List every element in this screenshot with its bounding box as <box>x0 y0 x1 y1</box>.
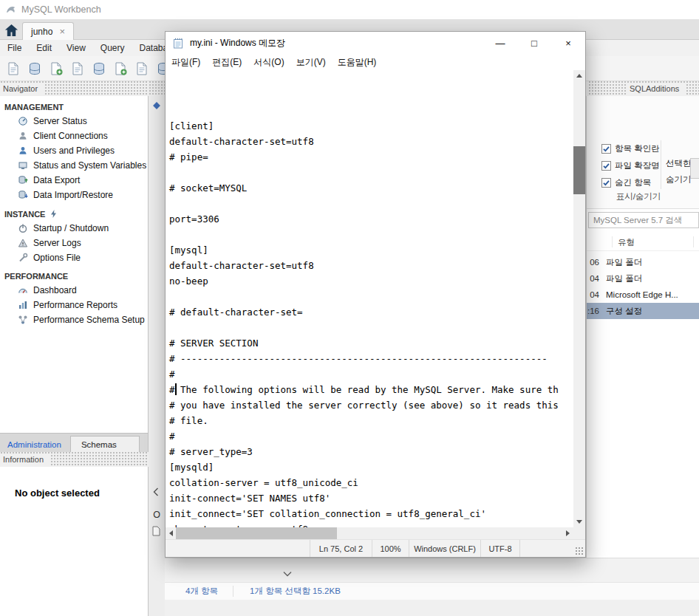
file-row[interactable]: 04Microsoft Edge H... <box>587 287 699 303</box>
text-line: init_connect='SET collation_connection =… <box>169 506 573 521</box>
scroll-down-arrow-icon[interactable] <box>573 515 585 527</box>
sidebar-item-performance-reports[interactable]: Performance Reports <box>0 298 148 312</box>
scroll-up-arrow-icon[interactable] <box>573 70 585 83</box>
sql-file-icon[interactable] <box>90 60 108 78</box>
file-row[interactable]: 06파일 폴더 <box>587 254 699 270</box>
ribbon-checkbox-1[interactable]: 파일 확장명 <box>601 157 660 174</box>
sidebar-item-client-connections[interactable]: Client Connections <box>0 129 148 143</box>
new-script-icon[interactable] <box>4 60 22 78</box>
notepad-menu-2[interactable]: 서식(O) <box>248 54 290 70</box>
navigator-panel-header[interactable]: Navigator <box>0 81 149 96</box>
notepad-menu-1[interactable]: 편집(E) <box>206 54 248 70</box>
horizontal-scroll-thumb[interactable] <box>176 527 337 539</box>
sidebar-item-label: Dashboard <box>33 285 77 295</box>
notepad-menu-4[interactable]: 도움말(H) <box>332 54 383 70</box>
notepad-titlebar[interactable]: my.ini - Windows 메모장 — □ × <box>166 32 585 54</box>
explorer-bottom-edge <box>165 600 699 616</box>
expand-details-chevron-icon[interactable] <box>283 567 292 580</box>
notepad-menu-3[interactable]: 보기(V) <box>290 54 332 70</box>
data-export-toolbar-icon[interactable] <box>112 60 129 78</box>
text-line: no-beep <box>169 273 573 289</box>
file-row[interactable]: 04파일 폴더 <box>587 270 699 287</box>
open-script-icon[interactable] <box>26 60 44 78</box>
close-button[interactable]: × <box>551 32 585 54</box>
document-icon[interactable] <box>152 526 160 539</box>
text-line: # file. <box>169 413 573 428</box>
explorer-search-input[interactable] <box>588 212 699 228</box>
text-line <box>169 227 573 242</box>
notepad-status-bar: Ln 75, Col 2 100% Windows (CRLF) UTF-8 <box>166 539 585 557</box>
tab-junho[interactable]: junho × <box>22 22 74 40</box>
cursor-position: Ln 75, Col 2 <box>310 540 372 557</box>
scrollbar-corner <box>573 527 585 539</box>
tab-schemas[interactable]: Schemas <box>70 436 140 452</box>
file-time-fragment: 04 <box>587 290 599 299</box>
ribbon-checkbox-2[interactable]: 숨긴 항목 <box>601 174 660 191</box>
collapse-panel-arrow-icon[interactable] <box>153 486 159 499</box>
text-line: default-character-set=utf8 <box>169 134 573 149</box>
file-type: 파일 폴더 <box>606 273 642 284</box>
sidebar-item-server-status[interactable]: Server Status <box>0 114 148 129</box>
tab-label: junho <box>31 27 52 37</box>
sidebar-item-startup-shutdown[interactable]: Startup / Shutdown <box>0 221 148 236</box>
sidebar-item-options-file[interactable]: Options File <box>0 250 148 265</box>
sidebar-item-status-and-system-variables[interactable]: Status and System Variables <box>0 158 148 173</box>
file-type: Microsoft Edge H... <box>606 290 678 299</box>
type-column-header[interactable]: 유형 <box>587 233 699 251</box>
sidebar-item-label: Performance Reports <box>33 300 117 310</box>
text-line: # <box>169 428 573 444</box>
vertical-scroll-thumb[interactable] <box>573 146 585 194</box>
sidebar-item-server-logs[interactable]: Server Logs <box>0 236 148 250</box>
selection-info-text: 1개 항목 선택함 15.2KB <box>233 586 341 597</box>
startup-shutdown-icon <box>18 223 28 233</box>
file-time-fragment: 04 <box>587 274 599 283</box>
tab-close-icon[interactable]: × <box>59 26 65 37</box>
notepad-window: my.ini - Windows 메모장 — □ × 파일(F)편집(E)서식(… <box>165 31 586 558</box>
file-row[interactable]: :16구성 설정 <box>587 303 699 319</box>
navigator-bottom-tabs: Administration Schemas <box>0 433 149 452</box>
new-schema-icon[interactable] <box>47 60 65 78</box>
sidebar-item-label: Server Status <box>33 116 87 126</box>
create-table-icon[interactable] <box>69 60 86 78</box>
menu-file[interactable]: File <box>0 40 29 56</box>
text-line: init-connect='SET NAMES utf8' <box>169 490 573 506</box>
ribbon-divider <box>661 140 661 189</box>
horizontal-scrollbar[interactable] <box>166 527 573 539</box>
maximize-button[interactable]: □ <box>517 32 551 54</box>
sql-additions-header[interactable]: SQLAdditions <box>588 81 699 96</box>
notepad-menu-0[interactable]: 파일(F) <box>166 54 206 70</box>
checkbox-checked-icon[interactable] <box>601 144 611 154</box>
vertical-scrollbar[interactable] <box>573 70 585 527</box>
checkbox-checked-icon[interactable] <box>601 161 611 171</box>
data-import-toolbar-icon[interactable] <box>133 60 151 78</box>
sidebar-item-data-import-restore[interactable]: Data Import/Restore <box>0 188 148 202</box>
checkbox-checked-icon[interactable] <box>601 178 611 188</box>
scroll-right-arrow-icon[interactable] <box>561 527 573 539</box>
hide-selected-items-button[interactable]: 선택한숨기기 <box>666 155 692 188</box>
resize-grip[interactable] <box>519 540 585 557</box>
home-icon <box>4 23 19 38</box>
sidebar-item-performance-schema-setup[interactable]: Performance Schema Setup <box>0 312 148 327</box>
section-label: INSTANCE <box>4 210 45 219</box>
information-header-label: Information <box>0 454 50 465</box>
sidebar-item-dashboard[interactable]: Dashboard <box>0 283 148 298</box>
information-panel: No object selected <box>0 467 149 616</box>
ribbon-checkbox-0[interactable]: 항목 확인란 <box>601 140 660 157</box>
information-panel-header[interactable]: Information <box>0 452 149 467</box>
checkbox-label: 숨긴 항목 <box>615 177 651 188</box>
tab-administration[interactable]: Administration <box>0 437 69 452</box>
output-panel-label[interactable]: O <box>149 510 165 520</box>
workbench-titlebar: MySQL Workbench <box>0 0 699 19</box>
menu-edit[interactable]: Edit <box>29 40 59 56</box>
file-type: 구성 설정 <box>606 306 642 317</box>
text-line: # default-character-set= <box>169 304 573 320</box>
sidebar-item-label: Client Connections <box>33 131 108 141</box>
text-line: character-set-server=utf8 <box>169 521 573 527</box>
menu-query[interactable]: Query <box>93 40 132 56</box>
notepad-text-area[interactable]: [client]default-character-set=utf8# pipe… <box>166 70 573 527</box>
sidebar-item-data-export[interactable]: Data Export <box>0 173 148 188</box>
menu-view[interactable]: View <box>59 40 93 56</box>
home-button[interactable] <box>2 21 20 38</box>
sidebar-item-users-and-privileges[interactable]: Users and Privileges <box>0 143 148 158</box>
minimize-button[interactable]: — <box>483 32 517 54</box>
